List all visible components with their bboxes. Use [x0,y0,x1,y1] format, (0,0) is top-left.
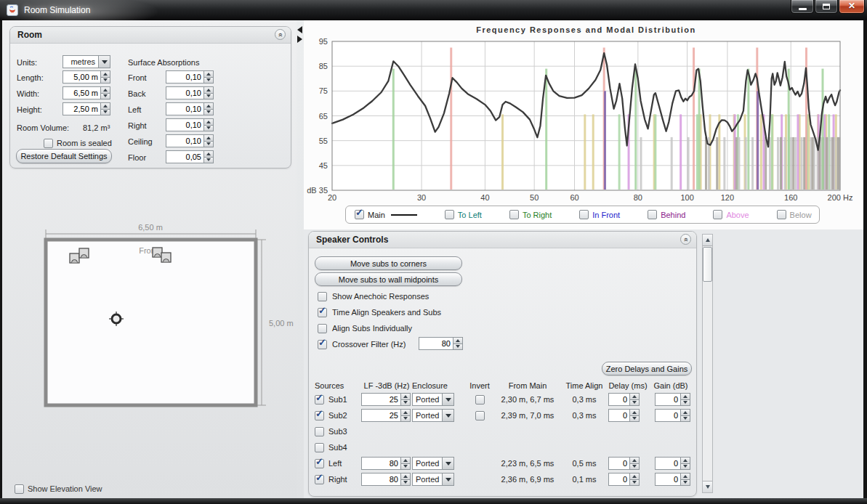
legend-checkbox-to-right[interactable] [509,210,519,219]
width-spinner[interactable]: 6,50 m [62,86,110,99]
sub1-delay-spinner-value[interactable]: 0 [608,393,630,406]
restore-default-settings-button[interactable]: Restore Default Settings [16,149,112,163]
sub2-gain-spinner-down-button[interactable] [681,415,690,423]
sub3-enable-checkbox[interactable] [315,427,324,436]
sub2-delay-spinner-up-button[interactable] [630,409,640,415]
left-lf-spinner-value[interactable]: 80 [361,457,401,470]
title-bar[interactable]: Room Simulation ✕ [0,0,867,20]
absorption-left-spinner-down-button[interactable] [204,109,214,116]
absorption-front-spinner[interactable]: 0,10 [166,70,214,84]
right-lf-spinner-down-button[interactable] [401,479,411,487]
left-lf-spinner-down-button[interactable] [401,463,411,471]
time-align-speakers-and-subs-checkbox[interactable]: ✓ [318,308,327,317]
absorption-left-spinner-value[interactable]: 0,10 [166,102,204,115]
legend-checkbox-above[interactable] [713,210,722,219]
absorption-back-spinner[interactable]: 0,10 [166,86,214,99]
room-is-sealed-checkbox[interactable] [44,139,53,148]
sub2-gain-spinner-value[interactable]: 0 [655,409,681,422]
sub2-lf-spinner-value[interactable]: 25 [361,409,401,422]
zero-delays-and-gains-button[interactable]: Zero Delays and Gains [602,362,692,375]
right-delay-spinner-up-button[interactable] [630,473,640,479]
sub1-lf-spinner-down-button[interactable] [401,399,411,407]
sub1-gain-spinner-value[interactable]: 0 [655,393,681,406]
crossover-filter-spinner[interactable]: 80 [419,337,463,350]
left-lf-spinner-up-button[interactable] [401,457,411,463]
sub1-gain-spinner-down-button[interactable] [681,399,690,407]
absorption-floor-spinner-value[interactable]: 0,05 [166,150,204,163]
sub1-enclosure-select[interactable]: Ported [412,393,454,406]
sub1-delay-spinner-down-button[interactable] [630,399,640,407]
right-gain-spinner-down-button[interactable] [681,479,690,487]
left-enclosure-select-dropdown-icon[interactable] [443,457,454,470]
absorption-floor-spinner-down-button[interactable] [204,157,214,164]
left-enclosure-select[interactable]: Ported [412,457,454,470]
scrollbar-thumb[interactable] [703,247,712,282]
sub1-lf-spinner[interactable]: 25 [361,393,411,406]
show-elevation-view-checkbox[interactable] [15,484,24,494]
width-spinner-down-button[interactable] [101,93,110,100]
sub2-lf-spinner-up-button[interactable] [401,409,411,415]
right-delay-spinner-value[interactable]: 0 [608,473,630,486]
minimize-button[interactable] [791,0,814,14]
right-gain-spinner-up-button[interactable] [681,473,690,479]
sub2-invert-checkbox[interactable] [475,411,485,420]
sub4-enable-checkbox[interactable] [315,443,324,452]
absorption-floor-spinner-up-button[interactable] [204,150,214,157]
absorption-ceiling-spinner-value[interactable]: 0,10 [166,134,204,147]
show-anechoic-responses-checkbox[interactable] [318,292,327,301]
height-spinner[interactable]: 2,50 m [62,102,110,115]
sub2-enable-checkbox[interactable]: ✓ [315,411,324,420]
sub1-lf-spinner-up-button[interactable] [401,393,411,399]
sub2-gain-spinner-up-button[interactable] [681,409,690,415]
right-delay-spinner[interactable]: 0 [608,473,640,486]
absorption-right-spinner-value[interactable]: 0,10 [166,118,204,131]
sub2-delay-spinner[interactable]: 0 [608,409,640,422]
sub2-lf-spinner[interactable]: 25 [361,409,411,422]
absorption-ceiling-spinner[interactable]: 0,10 [166,134,214,147]
left-gain-spinner[interactable]: 0 [655,457,690,470]
sub1-delay-spinner[interactable]: 0 [608,393,640,406]
vertical-scrollbar[interactable] [702,234,713,493]
right-enclosure-select[interactable]: Ported [412,473,454,486]
left-delay-spinner-down-button[interactable] [630,463,640,471]
sub1-invert-checkbox[interactable] [475,395,485,405]
right-enclosure-select-dropdown-icon[interactable] [443,473,454,486]
right-delay-spinner-down-button[interactable] [630,479,640,487]
absorption-back-spinner-up-button[interactable] [204,86,214,93]
move-subs-to-corners-button[interactable]: Move subs to corners [315,256,462,270]
absorption-back-spinner-value[interactable]: 0,10 [166,86,204,99]
crossover-filter-spinner-up-button[interactable] [453,337,463,344]
collapse-room-section-button[interactable]: » [275,29,286,40]
absorption-front-spinner-value[interactable]: 0,10 [166,70,204,84]
legend-checkbox-below[interactable] [777,210,786,219]
sub1-lf-spinner-value[interactable]: 25 [361,393,401,406]
height-spinner-up-button[interactable] [101,102,110,109]
legend-checkbox-behind[interactable] [648,210,657,219]
length-spinner-down-button[interactable] [101,77,110,84]
align-subs-individually-checkbox[interactable] [318,324,327,333]
sub1-speaker-icon[interactable] [70,253,79,263]
sub1-enclosure-select-dropdown-icon[interactable] [443,393,454,406]
left-delay-spinner-value[interactable]: 0 [608,457,630,470]
absorption-right-spinner-down-button[interactable] [204,125,214,132]
absorption-front-spinner-down-button[interactable] [204,77,214,84]
absorption-ceiling-spinner-down-button[interactable] [204,141,214,148]
height-spinner-value[interactable]: 2,50 m [62,102,101,115]
length-spinner-value[interactable]: 5,00 m [62,70,101,84]
absorption-back-spinner-down-button[interactable] [204,93,214,100]
height-spinner-down-button[interactable] [101,109,110,116]
sub2-lf-spinner-down-button[interactable] [401,415,411,423]
scroll-down-button[interactable] [703,481,712,492]
legend-checkbox-in-front[interactable] [579,210,589,219]
left-enable-checkbox[interactable]: ✓ [315,459,324,468]
left-gain-spinner-value[interactable]: 0 [655,457,681,470]
right-lf-spinner[interactable]: 80 [361,473,411,486]
legend-checkbox-to-left[interactable] [445,210,454,219]
collapse-left-icon[interactable] [297,26,302,33]
right-gain-spinner[interactable]: 0 [655,473,690,486]
absorption-ceiling-spinner-up-button[interactable] [204,134,214,141]
sub2-delay-spinner-value[interactable]: 0 [608,409,630,422]
absorption-right-spinner[interactable]: 0,10 [166,118,214,131]
crossover-filter-checkbox[interactable]: ✓ [318,340,327,349]
right-gain-spinner-value[interactable]: 0 [655,473,681,486]
